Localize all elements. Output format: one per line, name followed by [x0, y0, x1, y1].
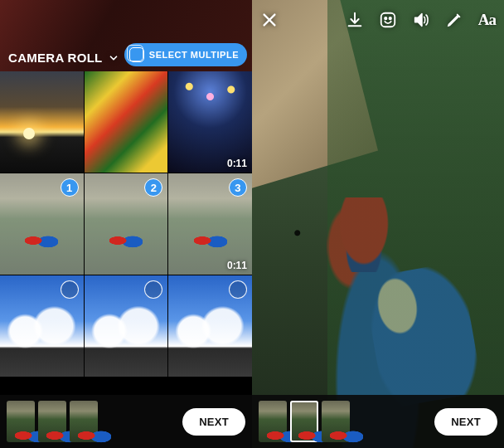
media-thumbnail[interactable] — [85, 275, 168, 377]
next-button[interactable]: NEXT — [434, 408, 497, 436]
select-multiple-label: SELECT MULTIPLE — [149, 50, 239, 60]
media-thumbnail[interactable]: 1 — [0, 173, 84, 275]
svg-marker-7 — [414, 14, 421, 27]
media-thumbnail[interactable] — [168, 275, 252, 377]
tray-thumbnail[interactable] — [259, 401, 287, 442]
video-duration: 0:11 — [227, 158, 247, 169]
svg-point-5 — [385, 17, 386, 19]
editor-tools: Aa — [346, 11, 496, 29]
tray-thumbnails — [7, 401, 98, 442]
next-button[interactable]: NEXT — [182, 408, 245, 436]
selection-order-badge: 1 — [61, 178, 79, 197]
draw-icon[interactable] — [445, 11, 463, 29]
media-thumbnail[interactable]: 2 — [85, 173, 168, 275]
editor-tray: NEXT — [252, 395, 504, 448]
tray-thumbnail[interactable] — [290, 401, 318, 442]
media-picker-panel: CAMERA ROLL SELECT MULTIPLE 0:11 1 — [0, 0, 252, 448]
story-editor-panel: Aa NEXT — [252, 0, 504, 448]
selection-tray: NEXT — [0, 395, 252, 448]
selection-empty-circle — [61, 280, 79, 299]
story-preview-image — [362, 261, 483, 409]
svg-point-6 — [389, 17, 390, 19]
editor-toolbar: Aa — [252, 5, 504, 35]
selection-order-badge: 3 — [229, 178, 247, 197]
tray-thumbnail[interactable] — [38, 401, 66, 442]
selection-empty-circle — [229, 280, 247, 299]
chevron-down-icon — [108, 52, 119, 64]
tray-thumbnails — [259, 401, 350, 442]
stack-icon — [129, 47, 144, 62]
video-duration: 0:11 — [227, 260, 247, 271]
media-grid: 0:11 1 2 3 0:11 — [0, 71, 252, 377]
media-thumbnail[interactable] — [0, 71, 84, 173]
media-thumbnail[interactable]: 0:11 — [168, 71, 252, 173]
sticker-icon[interactable] — [379, 11, 397, 29]
tray-thumbnail[interactable] — [7, 401, 35, 442]
svg-rect-4 — [381, 13, 395, 27]
album-title: CAMERA ROLL — [8, 51, 103, 65]
tray-thumbnail[interactable] — [322, 401, 350, 442]
text-tool[interactable]: Aa — [478, 11, 496, 29]
media-thumbnail[interactable] — [0, 275, 84, 377]
album-selector[interactable]: CAMERA ROLL — [8, 51, 119, 65]
download-icon[interactable] — [346, 11, 364, 29]
sound-icon[interactable] — [412, 11, 430, 29]
story-preview-image — [335, 197, 393, 272]
select-multiple-button[interactable]: SELECT MULTIPLE — [124, 43, 247, 66]
media-thumbnail[interactable] — [85, 71, 168, 173]
tray-thumbnail[interactable] — [70, 401, 98, 442]
close-icon[interactable] — [260, 11, 279, 29]
media-thumbnail[interactable]: 3 0:11 — [168, 173, 252, 275]
selection-empty-circle — [144, 280, 162, 299]
picker-header: CAMERA ROLL SELECT MULTIPLE — [0, 0, 252, 71]
story-preview-image[interactable] — [252, 0, 504, 448]
